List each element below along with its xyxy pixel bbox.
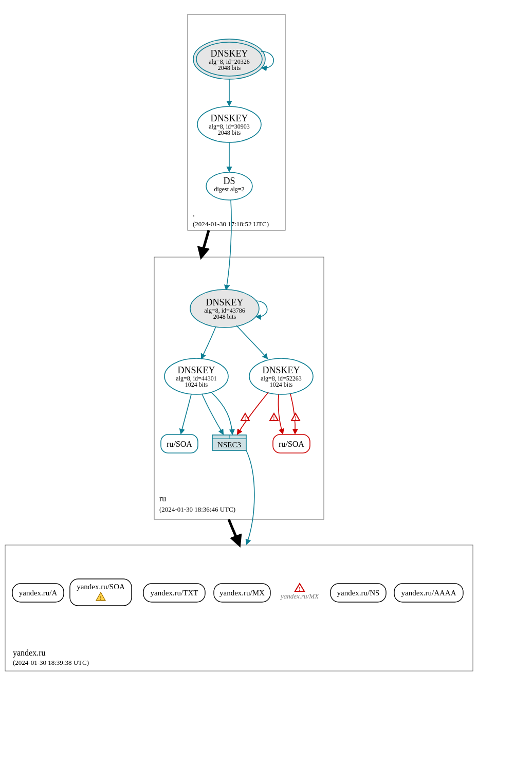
node-root-ksk[interactable]: DNSKEY alg=8, id=20326 2048 bits: [193, 39, 265, 79]
ru-zsk-a-line3: 1024 bits: [185, 381, 208, 388]
ru-zsk-a-title: DNSKEY: [177, 365, 215, 375]
svg-text:!: !: [100, 595, 102, 601]
warning-icon: !: [291, 413, 300, 421]
node-ru-zsk-a[interactable]: DNSKEY alg=8, id=44301 1024 bits: [164, 358, 228, 394]
ru-ksk-title: DNSKEY: [206, 297, 243, 307]
svg-text:!: !: [244, 415, 246, 421]
root-zsk-title: DNSKEY: [210, 113, 248, 123]
ru-soa-ok-label: ru/SOA: [167, 440, 192, 448]
edge-ruksk-to-zska: [201, 326, 216, 358]
zone-yandex-box: [5, 545, 473, 671]
warning-icon: !: [295, 584, 304, 592]
edge-zskb-to-soabad-a: [278, 394, 283, 433]
root-ds-line2: digest alg=2: [214, 186, 244, 193]
svg-text:!: !: [299, 586, 300, 592]
nsec3-label: NSEC3: [217, 441, 241, 449]
node-yandex-mx-dup[interactable]: ! yandex.ru/MX: [280, 584, 319, 600]
node-yandex-aaaa[interactable]: yandex.ru/AAAA: [394, 584, 463, 602]
edge-rootds-to-ruksk: [226, 200, 231, 289]
yandex-soa-label: yandex.ru/SOA: [77, 583, 125, 591]
ru-ksk-line3: 2048 bits: [213, 313, 236, 320]
node-yandex-soa[interactable]: yandex.ru/SOA !: [70, 579, 132, 606]
warning-icon: !: [270, 413, 278, 421]
edge-nsec3-to-yandex: [246, 450, 254, 544]
svg-text:!: !: [273, 415, 274, 421]
svg-text:!: !: [295, 415, 296, 421]
edge-ruksk-to-zskb: [236, 325, 267, 358]
root-ksk-line3: 2048 bits: [218, 64, 241, 71]
yandex-mx2-label: yandex.ru/MX: [280, 592, 319, 600]
zone-yandex-name: yandex.ru: [13, 648, 46, 658]
edge-ru-to-yandex-delegation: [229, 519, 239, 544]
edge-zska-to-nsec3-b: [211, 392, 232, 434]
ru-soa-bad-label: ru/SOA: [279, 440, 304, 448]
yandex-a-label: yandex.ru/A: [19, 589, 58, 597]
ru-zsk-b-title: DNSKEY: [262, 365, 300, 375]
yandex-aaaa-label: yandex.ru/AAAA: [401, 589, 456, 597]
zone-ru-time: (2024-01-30 18:36:46 UTC): [159, 505, 235, 513]
node-root-zsk[interactable]: DNSKEY alg=8, id=30903 2048 bits: [197, 106, 261, 142]
edge-zska-to-soaok: [181, 394, 191, 433]
edge-zskb-to-soabad-b: [290, 394, 295, 433]
node-yandex-txt[interactable]: yandex.ru/TXT: [143, 584, 205, 602]
zone-root-time: (2024-01-30 17:18:52 UTC): [193, 220, 269, 228]
node-yandex-a[interactable]: yandex.ru/A: [12, 584, 64, 602]
node-ru-soa-ok[interactable]: ru/SOA: [161, 434, 198, 453]
yandex-mx-label: yandex.ru/MX: [219, 589, 265, 597]
node-ru-zsk-b[interactable]: DNSKEY alg=8, id=52263 1024 bits: [249, 358, 313, 394]
edge-root-to-ru-delegation: [201, 230, 209, 256]
node-yandex-ns[interactable]: yandex.ru/NS: [331, 584, 386, 602]
zone-yandex-time: (2024-01-30 18:39:38 UTC): [13, 659, 89, 666]
warning-icon: !: [241, 413, 249, 421]
node-root-ds[interactable]: DS digest alg=2: [206, 172, 252, 200]
node-yandex-mx[interactable]: yandex.ru/MX: [214, 584, 270, 602]
yandex-txt-label: yandex.ru/TXT: [151, 589, 198, 597]
edge-zska-to-nsec3: [202, 394, 223, 434]
edge-zskb-to-nsec3: [237, 392, 268, 434]
yandex-ns-label: yandex.ru/NS: [337, 589, 380, 597]
zone-root-name: .: [193, 209, 195, 218]
node-ru-ksk[interactable]: DNSKEY alg=8, id=43786 2048 bits: [190, 289, 259, 328]
root-ksk-title: DNSKEY: [210, 48, 248, 59]
node-ru-soa-bad[interactable]: ru/SOA: [273, 434, 310, 453]
ru-zsk-b-line3: 1024 bits: [270, 381, 293, 388]
node-nsec3[interactable]: NSEC3: [212, 435, 246, 450]
root-zsk-line3: 2048 bits: [218, 129, 241, 136]
root-ds-title: DS: [223, 176, 235, 186]
zone-ru-name: ru: [159, 494, 166, 503]
